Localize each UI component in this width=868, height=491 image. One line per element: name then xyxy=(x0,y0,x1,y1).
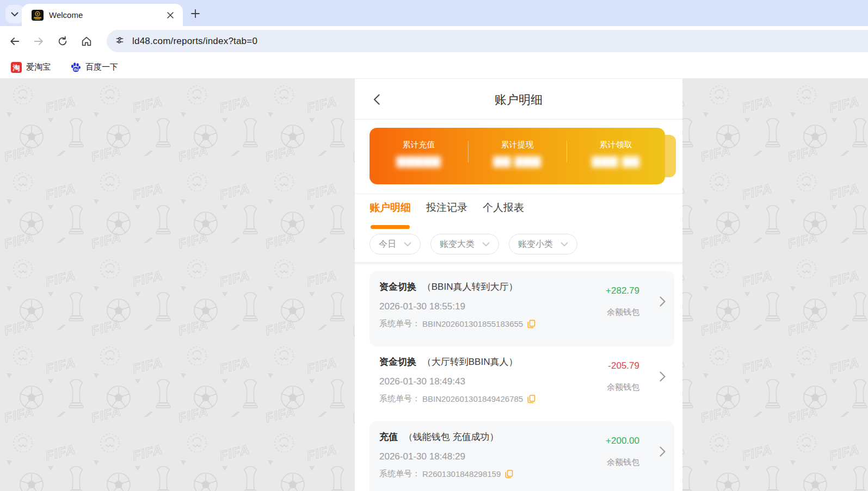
page-title: 账户明细 xyxy=(355,92,682,108)
report-tabs: 账户明细 投注记录 个人报表 xyxy=(355,194,682,229)
record-amount: +200.00 xyxy=(606,436,639,446)
filters: 今日 账变大类 账变小类 xyxy=(355,229,682,254)
baidu-icon: du xyxy=(70,62,81,73)
record-row[interactable]: 资金切换 （大厅转到BBIN真人） 2026-01-30 18:49:43 系统… xyxy=(370,346,674,421)
tab-personal-report[interactable]: 个人报表 xyxy=(483,201,524,229)
svg-text:淘: 淘 xyxy=(13,64,20,72)
summary-total-withdraw: 累计提现 ▇▇ ▇▇▇ xyxy=(468,128,567,184)
tab-search-button[interactable] xyxy=(5,5,24,23)
record-wallet: 余额钱包 xyxy=(606,457,639,468)
filter-date-dropdown[interactable]: 今日 xyxy=(370,234,421,254)
url-bar[interactable]: ld48.com/reports/index?tab=0 xyxy=(107,30,868,52)
summary-total-claimed: 累计领取 ▇▇▇ ▇▇ xyxy=(567,128,665,184)
forward-arrow-icon xyxy=(33,35,45,47)
bookmark-taobao[interactable]: 淘 爱淘宝 xyxy=(7,60,55,75)
plus-icon xyxy=(191,9,200,18)
summary-label: 累计充值 xyxy=(370,140,468,150)
order-label: 系统单号： xyxy=(379,319,420,329)
record-row[interactable]: 资金切换 （BBIN真人转到大厅） 2026-01-30 18:55:19 系统… xyxy=(370,271,674,346)
chevron-down-icon xyxy=(482,242,490,247)
home-button[interactable] xyxy=(76,31,97,52)
site-favicon-icon xyxy=(32,9,44,21)
reload-icon xyxy=(57,35,69,47)
bookmark-label: 百度一下 xyxy=(85,62,118,72)
record-desc: （大厅转到BBIN真人） xyxy=(422,357,518,367)
record-amount: -205.79 xyxy=(607,361,639,371)
back-button[interactable] xyxy=(4,31,25,52)
home-icon xyxy=(81,35,93,47)
browser-toolbar: ld48.com/reports/index?tab=0 xyxy=(0,26,868,56)
record-row[interactable]: 充值 （钱能钱包 充值成功） 2026-01-30 18:48:29 系统单号：… xyxy=(370,421,674,491)
chevron-down-icon xyxy=(11,9,19,19)
record-desc: （钱能钱包 充值成功） xyxy=(404,432,499,442)
chevron-right-icon[interactable] xyxy=(660,296,666,309)
summary-card[interactable]: 累计充值 ▇▇▇▇▇ 累计提现 ▇▇ ▇▇▇ 累计领取 ▇▇▇ ▇▇ xyxy=(370,128,665,184)
chevron-down-icon xyxy=(404,242,411,247)
record-type: 充值 xyxy=(379,432,398,442)
copy-icon[interactable] xyxy=(505,470,513,478)
record-type: 资金切换 xyxy=(379,282,416,292)
order-label: 系统单号： xyxy=(379,394,420,404)
chevron-down-icon xyxy=(561,242,568,247)
record-list: 资金切换 （BBIN真人转到大厅） 2026-01-30 18:55:19 系统… xyxy=(355,265,682,491)
forward-button[interactable] xyxy=(28,31,49,52)
browser-tab[interactable]: Welcome xyxy=(22,4,183,26)
url-text[interactable]: ld48.com/reports/index?tab=0 xyxy=(132,36,257,47)
tab-close-icon[interactable] xyxy=(165,10,175,20)
svg-text:du: du xyxy=(73,67,78,71)
new-tab-button[interactable] xyxy=(188,6,203,21)
bookmark-baidu[interactable]: du 百度一下 xyxy=(66,60,122,75)
copy-icon[interactable] xyxy=(527,320,535,328)
record-wallet: 余额钱包 xyxy=(607,382,639,393)
copy-icon[interactable] xyxy=(527,395,535,403)
filter-minor-category-dropdown[interactable]: 账变小类 xyxy=(509,234,577,254)
summary-masked-value: ▇▇▇▇▇ xyxy=(370,154,468,167)
site-settings-tune-icon[interactable] xyxy=(114,35,125,48)
active-tab-underline xyxy=(371,225,410,229)
browser-tab-strip: Welcome xyxy=(0,0,868,26)
taobao-icon: 淘 xyxy=(11,62,22,73)
reload-button[interactable] xyxy=(52,31,73,52)
order-number: BBIN202601301855183655 xyxy=(422,319,523,328)
bookmarks-bar: 淘 爱淘宝 du 百度一下 xyxy=(0,56,868,79)
record-wallet: 余额钱包 xyxy=(606,307,639,318)
summary-total-deposit: 累计充值 ▇▇▇▇▇ xyxy=(370,128,468,184)
record-amount: +282.79 xyxy=(606,285,639,296)
account-detail-panel: 账户明细 累计充值 ▇▇▇▇▇ 累计提现 ▇▇ ▇▇▇ 累计领取 ▇▇▇ ▇▇ xyxy=(355,79,682,491)
order-number: R2601301848298159 xyxy=(422,469,501,478)
summary-banner: 累计充值 ▇▇▇▇▇ 累计提现 ▇▇ ▇▇▇ 累计领取 ▇▇▇ ▇▇ xyxy=(370,128,674,184)
order-label: 系统单号： xyxy=(379,469,420,479)
order-number: BBIN202601301849426785 xyxy=(422,394,523,403)
summary-masked-value: ▇▇▇ ▇▇ xyxy=(567,154,665,167)
record-desc: （BBIN真人转到大厅） xyxy=(422,282,518,292)
chevron-right-icon[interactable] xyxy=(660,371,666,384)
tab-title: Welcome xyxy=(49,10,165,20)
chevron-right-icon[interactable] xyxy=(660,446,666,459)
summary-label: 累计提现 xyxy=(468,140,567,150)
bookmark-label: 爱淘宝 xyxy=(26,62,51,72)
record-type: 资金切换 xyxy=(379,357,416,367)
page-content: FIFA FIFA xyxy=(0,79,868,491)
tab-account-detail[interactable]: 账户明细 xyxy=(370,201,411,229)
panel-header: 账户明细 xyxy=(355,79,682,120)
summary-label: 累计领取 xyxy=(567,140,665,150)
summary-masked-value: ▇▇ ▇▇▇ xyxy=(468,154,567,167)
filter-major-category-dropdown[interactable]: 账变大类 xyxy=(430,234,499,254)
tab-bet-records[interactable]: 投注记录 xyxy=(426,201,467,229)
back-arrow-icon xyxy=(9,35,21,47)
